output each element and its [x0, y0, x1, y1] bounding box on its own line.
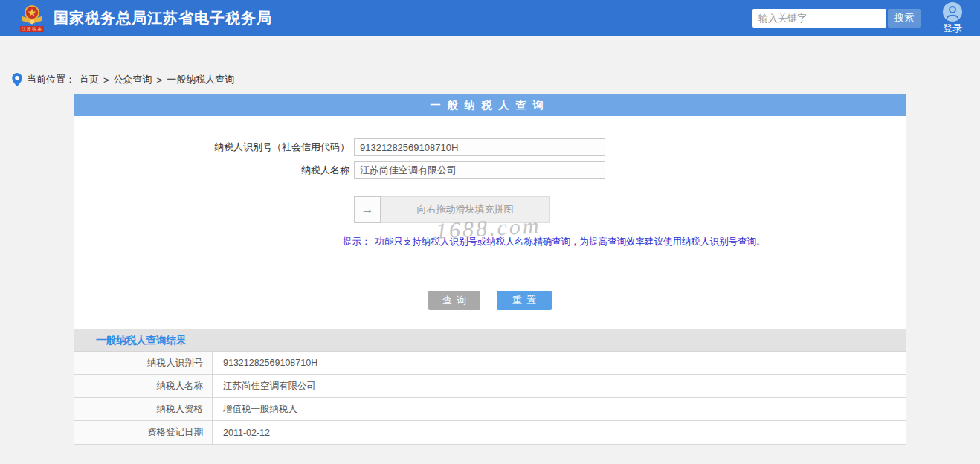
user-icon[interactable] — [943, 2, 962, 22]
search-button[interactable]: 搜索 — [888, 9, 921, 28]
panel-title: 一般纳税人查询 — [74, 94, 906, 116]
results-table: 纳税人识别号 91321282569108710H 纳税人名称 江苏尚佳空调有限… — [74, 352, 906, 445]
location-pin-icon — [12, 73, 22, 86]
results-title: 一般纳税人查询结果 — [74, 329, 906, 352]
result-taxpayer-name-label: 纳税人名称 — [74, 375, 213, 397]
breadcrumb-prefix: 当前位置： — [27, 73, 75, 86]
table-row: 纳税人资格 增值税一般纳税人 — [74, 398, 906, 421]
breadcrumb: 当前位置： 首页 > 公众查询 > 一般纳税人查询 — [12, 73, 239, 86]
hint-text: 功能只支持纳税人识别号或纳税人名称精确查询，为提高查询效率建议使用纳税人识别号查… — [375, 236, 766, 247]
taxpayer-name-input[interactable] — [354, 161, 605, 179]
slider-track-label: 向右拖动滑块填充拼图 — [417, 203, 514, 216]
hint-prefix: 提示： — [343, 236, 371, 247]
search-input[interactable] — [752, 9, 886, 28]
query-button[interactable]: 查询 — [428, 291, 480, 310]
result-qualification-value: 增值税一般纳税人 — [213, 398, 906, 420]
table-row: 资格登记日期 2011-02-12 — [74, 421, 906, 444]
login-label[interactable]: 登录 — [943, 22, 962, 33]
taxpayer-name-label: 纳税人名称 — [74, 164, 349, 177]
login-area[interactable]: 登录 — [943, 2, 962, 33]
breadcrumb-separator: > — [157, 74, 163, 86]
query-hint: 提示：功能只支持纳税人识别号或纳税人名称精确查询，为提高查询效率建议使用纳税人识… — [343, 236, 906, 248]
breadcrumb-current: 一般纳税人查询 — [167, 73, 234, 86]
result-taxpayer-id-value: 91321282569108710H — [213, 352, 906, 374]
header-bar: 江苏税务 国家税务总局江苏省电子税务局 搜索 登录 — [0, 0, 980, 36]
result-qualification-label: 纳税人资格 — [74, 398, 213, 420]
breadcrumb-separator: > — [103, 74, 109, 86]
result-taxpayer-name-value: 江苏尚佳空调有限公司 — [213, 375, 906, 397]
tax-emblem-icon — [19, 4, 45, 25]
captcha-slider: → 向右拖动滑块填充拼图 — [354, 196, 906, 223]
breadcrumb-public-query[interactable]: 公众查询 — [114, 73, 152, 86]
result-registration-date-value: 2011-02-12 — [213, 421, 906, 444]
table-row: 纳税人识别号 91321282569108710H — [74, 352, 906, 375]
taxpayer-id-input[interactable] — [354, 138, 605, 156]
site-logo: 江苏税务 — [19, 4, 45, 32]
breadcrumb-home[interactable]: 首页 — [80, 73, 99, 86]
header-search: 搜索 — [752, 9, 921, 28]
query-form: 纳税人识别号（社会信用代码） 纳税人名称 → 向右拖动滑块填充拼图 提示：功能只… — [74, 116, 906, 329]
result-taxpayer-id-label: 纳税人识别号 — [74, 352, 213, 374]
reset-button[interactable]: 重置 — [497, 291, 552, 310]
table-row: 纳税人名称 江苏尚佳空调有限公司 — [74, 375, 906, 398]
slider-handle[interactable]: → — [354, 196, 381, 223]
query-panel: 一般纳税人查询 纳税人识别号（社会信用代码） 纳税人名称 → 向右拖动滑块填充拼… — [74, 94, 906, 445]
site-title: 国家税务总局江苏省电子税务局 — [54, 8, 272, 28]
result-registration-date-label: 资格登记日期 — [74, 421, 213, 444]
taxpayer-id-label: 纳税人识别号（社会信用代码） — [74, 141, 349, 154]
slider-track: 向右拖动滑块填充拼图 — [381, 196, 550, 223]
logo-badge: 江苏税务 — [20, 26, 44, 32]
arrow-right-icon: → — [361, 202, 374, 217]
